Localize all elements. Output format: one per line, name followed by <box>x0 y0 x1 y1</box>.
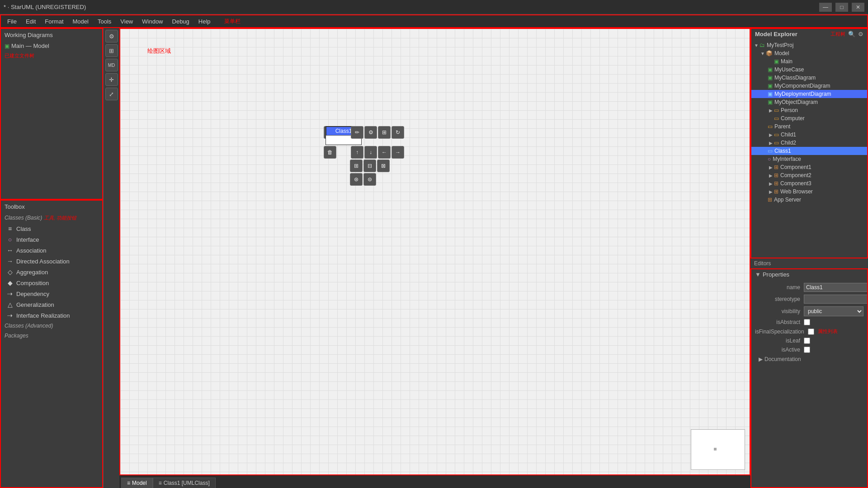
menu-window[interactable]: Window <box>137 16 167 27</box>
ctx-btn-more[interactable]: ↻ <box>392 126 404 139</box>
tree-child2[interactable]: ▶ ▭ Child2 <box>751 139 867 147</box>
tree-mycomponentdiagram[interactable]: ▣ MyComponentDiagram <box>751 82 867 90</box>
vtool-grid[interactable]: ⊞ <box>105 44 118 57</box>
app-title: * · StarUML (UNREGISTERED) <box>4 4 819 10</box>
tree-myobjectdiagram[interactable]: ▣ MyObjectDiagram <box>751 98 867 106</box>
ctx-btn-delete[interactable]: 🗑 <box>324 146 336 159</box>
vtool-settings[interactable]: ⚙ <box>105 30 118 42</box>
explorer-search-icon[interactable]: 🔍 <box>848 31 855 38</box>
tree-myclassdiagram[interactable]: ▣ MyClassDiagram <box>751 74 867 82</box>
ctx-btn-right2[interactable]: → <box>392 146 404 159</box>
tree-model[interactable]: ▼ 📦 Model <box>751 49 867 57</box>
prop-row-isleaf: isLeaf <box>755 336 863 345</box>
ctx-btn-a3[interactable]: ⊠ <box>377 160 390 172</box>
ctx-btn-a2[interactable]: ⊟ <box>363 160 376 172</box>
minimap-dot <box>714 448 717 450</box>
minimize-button[interactable]: — <box>819 3 832 12</box>
tool-directed-association[interactable]: → Directed Association <box>1 256 102 267</box>
comp2-label: Component2 <box>780 172 811 178</box>
documentation-header[interactable]: ▶ Documentation <box>759 356 860 362</box>
prop-isabstract-label: isAbstract <box>755 319 800 325</box>
menu-edit[interactable]: Edit <box>21 16 40 27</box>
menu-help[interactable]: Help <box>194 16 215 27</box>
tab-class1[interactable]: ≡ Class1 [UMLClass] <box>153 478 216 488</box>
a3-icon: ⊠ <box>381 163 386 169</box>
tool-interface[interactable]: ○ Interface <box>1 234 102 245</box>
vtool-share[interactable]: ⤢ <box>105 88 118 100</box>
tree-component1[interactable]: ▶ ⊞ Component1 <box>751 163 867 171</box>
menu-view[interactable]: View <box>116 16 137 27</box>
tool-interface-realization[interactable]: ⇢ Interface Realization <box>1 310 102 321</box>
tree-main[interactable]: ▣ Main <box>751 57 867 66</box>
tree-person[interactable]: ▶ ▭ Person <box>751 106 867 114</box>
explorer-settings-icon[interactable]: ⚙ <box>858 31 863 38</box>
tree-project[interactable]: ▼ 🗂 MyTestProj <box>751 41 867 49</box>
tree-component2[interactable]: ▶ ⊞ Component2 <box>751 171 867 179</box>
ctx-btn-left2[interactable]: ← <box>378 146 391 159</box>
tool-generalization[interactable]: △ Generalization <box>1 299 102 310</box>
ctx-btn-connect[interactable]: ⊞ <box>378 126 391 139</box>
ctx-btn-b2[interactable]: ⊜ <box>363 173 376 186</box>
prop-isactive-checkbox[interactable] <box>804 347 810 353</box>
tree-child1[interactable]: ▶ ▭ Child1 <box>751 131 867 139</box>
tree-computer[interactable]: ▭ Computer <box>751 114 867 122</box>
working-diagrams-title: Working Diagrams <box>1 29 102 41</box>
comp3-icon: ⊞ <box>774 180 778 187</box>
tree-myusecase[interactable]: ▣ MyUseCase <box>751 66 867 74</box>
prop-isabstract-checkbox[interactable] <box>804 319 810 325</box>
generalization-icon: △ <box>6 301 14 308</box>
tree-appserver[interactable]: ⊞ App Server <box>751 196 867 204</box>
close-button[interactable]: ✕ <box>852 3 864 12</box>
tool-aggregation[interactable]: ◇ Aggregation <box>1 267 102 277</box>
b2-icon: ⊜ <box>368 176 372 183</box>
diagram-item-main[interactable]: ▣ Main — Model <box>1 41 102 51</box>
ctx-btn-a1[interactable]: ⊞ <box>350 160 363 172</box>
tool-dependency[interactable]: ⇢ Dependency <box>1 288 102 299</box>
appserver-label: App Server <box>774 197 801 203</box>
ctx-btn-down[interactable]: ↓ <box>364 146 377 159</box>
tree-webbrowser[interactable]: ▶ ⊞ Web Browser <box>751 188 867 196</box>
prop-isfinalspec-label: isFinalSpecialization <box>755 328 804 335</box>
prop-isfinalspec-checkbox[interactable] <box>808 328 814 335</box>
prop-visibility-select[interactable]: public private protected package <box>804 306 863 316</box>
tree-component3[interactable]: ▶ ⊞ Component3 <box>751 179 867 188</box>
ctx-btn-settings[interactable]: ⚙ <box>364 126 377 139</box>
menu-file[interactable]: File <box>3 16 21 27</box>
class1-icon: ▭ <box>768 148 773 154</box>
ctx-btn-b1[interactable]: ⊛ <box>350 173 363 186</box>
tree-parent[interactable]: ▭ Parent <box>751 122 867 131</box>
menu-debug[interactable]: Debug <box>168 16 194 27</box>
diagram-icon-main: ▣ <box>5 43 9 49</box>
canvas-area[interactable]: 绘图区域 ⚓ Class1 ✏ ⚙ <box>119 28 750 475</box>
prop-stereotype-input[interactable] <box>804 295 868 304</box>
tab-model[interactable]: ≡ Model <box>121 478 153 488</box>
model-label: Model <box>774 50 789 56</box>
ctx-btn-up[interactable]: ↑ <box>351 146 363 159</box>
wb-expand: ▶ <box>768 189 774 194</box>
tool-composition[interactable]: ◆ Composition <box>1 277 102 288</box>
b1-icon: ⊛ <box>354 176 359 183</box>
connect-icon: ⊞ <box>382 129 387 136</box>
ctx-btn-edit[interactable]: ✏ <box>351 126 363 139</box>
minimap <box>691 429 745 470</box>
association-icon: ↔ <box>6 247 14 254</box>
prop-row-stereotype: stereotype 🔍 <box>755 293 863 305</box>
menu-format[interactable]: Format <box>40 16 68 27</box>
prop-isleaf-checkbox[interactable] <box>804 338 810 344</box>
vtool-move[interactable]: ✛ <box>105 73 118 86</box>
tree-class1[interactable]: ▭ Class1 <box>751 147 867 155</box>
menu-model[interactable]: Model <box>68 16 93 27</box>
comp2-expand: ▶ <box>768 173 774 178</box>
tool-class[interactable]: ≡ Class <box>1 223 102 234</box>
vtool-md[interactable]: MD <box>105 59 118 71</box>
tool-class-label: Class <box>16 225 31 232</box>
child1-icon: ▭ <box>774 131 779 138</box>
prop-name-input[interactable] <box>804 283 868 292</box>
tree-mydeploymentdiagram[interactable]: ▣ MyDeploymentDiagram <box>751 90 867 98</box>
left-panel: Working Diagrams ▣ Main — Model 已建立文件树 T… <box>0 28 103 488</box>
maximize-button[interactable]: □ <box>835 3 848 12</box>
properties-header[interactable]: ▼ Properties <box>751 269 867 280</box>
tree-myinterface[interactable]: ○ MyInterface <box>751 155 867 163</box>
menu-tools[interactable]: Tools <box>93 16 116 27</box>
tool-association[interactable]: ↔ Association <box>1 245 102 256</box>
